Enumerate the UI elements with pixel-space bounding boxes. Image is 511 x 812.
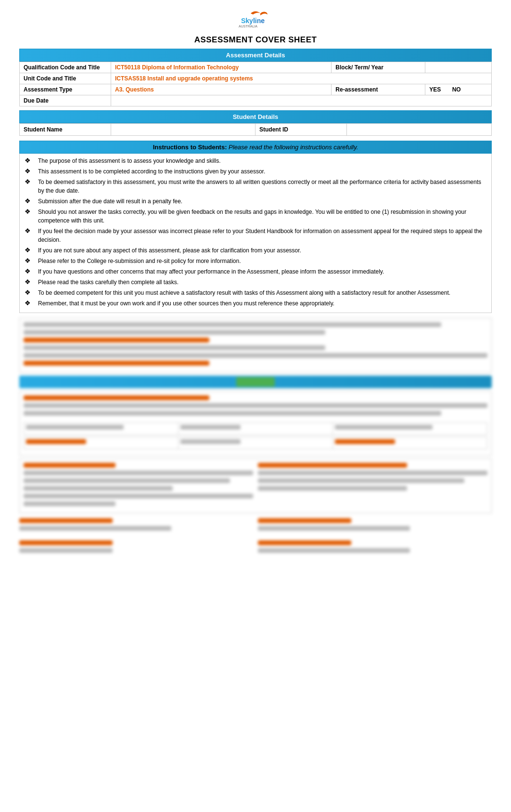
assessment-details-table: Qualification Code and Title ICT50118 Di… [19, 62, 492, 106]
unit-code-value: ICTSAS518 Install and upgrade operating … [111, 73, 492, 84]
instruction-item: ❖This assessment is to be completed acco… [25, 167, 486, 176]
yes-no-cell: YES NO [425, 84, 492, 95]
block-term-value [425, 62, 492, 73]
bullet-icon: ❖ [25, 246, 34, 254]
instruction-text: The purpose of this assessment is to ass… [38, 157, 486, 165]
student-name-value [111, 124, 256, 136]
instruction-item: ❖To be deemed satisfactory in this asses… [25, 178, 486, 195]
blurred-section [19, 318, 492, 558]
instructions-list: ❖The purpose of this assessment is to as… [19, 154, 492, 313]
assessment-details-header: Assessment Details [19, 49, 492, 62]
instruction-item: ❖If you are not sure about any aspect of… [25, 246, 486, 255]
assessment-type-value: A3. Questions [111, 84, 332, 95]
due-date-label: Due Date [20, 95, 111, 106]
bullet-icon: ❖ [25, 278, 34, 286]
instruction-text: To be deemed competent for this unit you… [38, 288, 486, 297]
qual-code-label: Qualification Code and Title [20, 62, 111, 73]
bullet-icon: ❖ [25, 288, 34, 296]
instruction-item: ❖The purpose of this assessment is to as… [25, 157, 486, 165]
assessment-type-label: Assessment Type [20, 84, 111, 95]
table-row: Qualification Code and Title ICT50118 Di… [20, 62, 492, 73]
bullet-icon: ❖ [25, 208, 34, 215]
bullet-icon: ❖ [25, 299, 34, 307]
instruction-text: Please read the tasks carefully then com… [38, 278, 486, 287]
logo-area: Skyline AUSTRALIA [19, 10, 492, 30]
instruction-text: Submission after the due date will resul… [38, 197, 486, 206]
student-details-header: Student Details [19, 110, 492, 123]
instruction-text: To be deemed satisfactory in this assess… [38, 178, 486, 195]
qual-code-value: ICT50118 Diploma of Information Technolo… [111, 62, 332, 73]
table-row: Student Name Student ID [20, 124, 492, 136]
bullet-icon: ❖ [25, 227, 34, 235]
svg-text:AUSTRALIA: AUSTRALIA [239, 25, 257, 28]
student-details-table: Student Name Student ID [19, 123, 492, 136]
instruction-text: Should you not answer the tasks correctl… [38, 208, 486, 225]
instruction-item: ❖Submission after the due date will resu… [25, 197, 486, 206]
instruction-item: ❖If you feel the decision made by your a… [25, 227, 486, 244]
bullet-icon: ❖ [25, 197, 34, 205]
unit-code-label: Unit Code and Title [20, 73, 111, 84]
instruction-item: ❖To be deemed competent for this unit yo… [25, 288, 486, 297]
due-date-value [111, 95, 492, 106]
yes-label: YES [429, 86, 441, 93]
table-row: Unit Code and Title ICTSAS518 Install an… [20, 73, 492, 84]
reassessment-label: Re-assessment [332, 84, 425, 95]
instruction-item: ❖Please refer to the College re-submissi… [25, 257, 486, 265]
bullet-icon: ❖ [25, 167, 34, 175]
instructions-bold: Instructions to Students: [153, 144, 227, 151]
student-id-label: Student ID [256, 124, 347, 136]
table-row: Due Date [20, 95, 492, 106]
block-term-label: Block/ Term/ Year [332, 62, 425, 73]
instruction-item: ❖Please read the tasks carefully then co… [25, 278, 486, 287]
instruction-item: ❖Should you not answer the tasks correct… [25, 208, 486, 225]
instruction-text: This assessment is to be completed accor… [38, 167, 486, 176]
page-title: ASSESSMENT COVER SHEET [19, 35, 492, 45]
instruction-item: ❖Remember, that it must be your own work… [25, 299, 486, 308]
bullet-icon: ❖ [25, 267, 34, 275]
instructions-italic: Please read the following instructions c… [227, 144, 358, 151]
bullet-icon: ❖ [25, 157, 34, 164]
instructions-header: Instructions to Students: Please read th… [19, 141, 492, 154]
no-label: NO [452, 86, 461, 93]
instruction-item: ❖If you have questions and other concern… [25, 267, 486, 276]
table-row: Assessment Type A3. Questions Re-assessm… [20, 84, 492, 95]
bullet-icon: ❖ [25, 257, 34, 264]
bullet-icon: ❖ [25, 178, 34, 185]
instruction-text: If you feel the decision made by your as… [38, 227, 486, 244]
instruction-text: If you have questions and other concerns… [38, 267, 486, 276]
student-id-value [347, 124, 492, 136]
student-name-label: Student Name [20, 124, 111, 136]
instruction-text: Remember, that it must be your own work … [38, 299, 486, 308]
instruction-text: Please refer to the College re-submissio… [38, 257, 486, 265]
svg-text:Skyline: Skyline [241, 17, 265, 25]
logo-icon: Skyline AUSTRALIA [227, 10, 284, 29]
instruction-text: If you are not sure about any aspect of … [38, 246, 486, 255]
